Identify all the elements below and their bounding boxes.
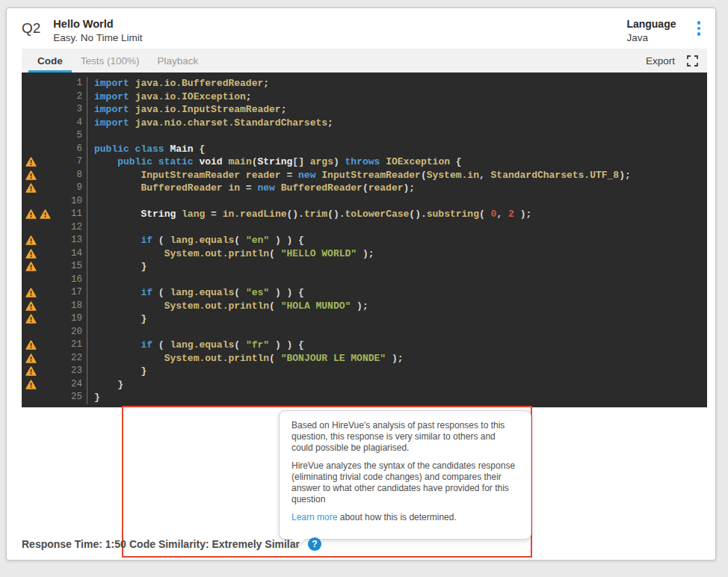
code-text: System.out.println( "BONJOUR LE MONDE" )…	[87, 352, 404, 365]
tab-bar: Code Tests (100%) Playback Export	[22, 49, 707, 72]
code-line: 25}	[22, 391, 707, 404]
question-title: Hello World	[53, 18, 142, 30]
code-text: public static void main(String[] args) t…	[87, 155, 462, 169]
code-text	[87, 326, 94, 339]
panel-header: Q2 Hello World Easy. No Time Limit Langu…	[7, 8, 715, 49]
gutter-warnings	[22, 195, 65, 209]
code-line: 1import java.io.BufferedReader;	[22, 77, 707, 90]
gutter-warnings	[22, 326, 65, 339]
code-similarity-status: Code Similarity: Extremely Similar	[129, 538, 300, 550]
code-text	[87, 129, 94, 143]
warning-icon	[25, 366, 37, 376]
tab-playback[interactable]: Playback	[149, 49, 208, 72]
line-number: 2	[65, 90, 87, 104]
code-text: BufferedReader in = new BufferedReader(r…	[87, 182, 415, 195]
code-similarity-tooltip: Based on HireVue's analysis of past resp…	[279, 410, 531, 540]
line-number: 5	[65, 129, 87, 143]
line-number: 14	[65, 247, 87, 261]
gutter-warnings	[22, 391, 65, 404]
code-line: 13 if ( lang.equals( "en" ) ) {	[22, 234, 707, 247]
line-number: 17	[65, 286, 87, 300]
help-icon[interactable]: ?	[308, 537, 321, 551]
tab-tests[interactable]: Tests (100%)	[72, 49, 149, 72]
code-text: import java.io.BufferedReader;	[87, 77, 269, 90]
warning-icon	[25, 183, 37, 193]
gutter-warnings	[22, 77, 65, 90]
tab-code[interactable]: Code	[28, 49, 72, 72]
code-line: 14 System.out.println( "HELLO WORLD" );	[22, 247, 707, 261]
line-number: 8	[65, 169, 87, 182]
code-line: 10	[22, 195, 707, 209]
code-text: if ( lang.equals( "en" ) ) {	[87, 234, 304, 247]
code-line: 6public class Main {	[22, 143, 707, 156]
gutter-warnings	[22, 208, 65, 221]
gutter-warnings	[22, 169, 65, 182]
gutter-warnings	[22, 274, 65, 287]
code-line: 7 public static void main(String[] args)…	[22, 155, 707, 169]
gutter-warnings	[22, 117, 65, 130]
code-text	[87, 221, 94, 235]
code-text	[87, 274, 94, 287]
header-right: Language Java	[626, 18, 700, 43]
kebab-dot	[697, 21, 701, 25]
warning-icon	[25, 235, 37, 245]
gutter-warnings	[22, 129, 65, 143]
code-line: 24 }	[22, 378, 707, 392]
line-number: 11	[65, 208, 87, 221]
warning-icon	[25, 209, 37, 219]
gutter-warnings	[22, 339, 65, 352]
code-text: import java.io.IOException;	[87, 90, 252, 104]
code-line: 16	[22, 274, 707, 287]
code-line: 4import java.nio.charset.StandardCharset…	[22, 117, 707, 130]
warning-icon	[25, 262, 37, 271]
response-time: Response Time: 1:50	[22, 538, 129, 550]
code-text: public class Main {	[87, 143, 205, 156]
warning-icon	[25, 249, 37, 259]
line-number: 22	[65, 352, 87, 365]
line-number: 23	[65, 365, 87, 378]
kebab-dot	[697, 27, 701, 31]
code-line: 17 if ( lang.equals( "es" ) ) {	[22, 286, 707, 300]
code-text: System.out.println( "HELLO WORLD" );	[87, 247, 374, 261]
line-number: 13	[65, 234, 87, 247]
export-button[interactable]: Export	[646, 55, 675, 67]
code-text: if ( lang.equals( "es" ) ) {	[87, 286, 304, 300]
code-line: 18 System.out.println( "HOLA MUNDO" );	[22, 300, 707, 313]
gutter-warnings	[22, 300, 65, 313]
line-number: 6	[65, 143, 87, 156]
line-number: 19	[65, 312, 87, 326]
code-line: 9 BufferedReader in = new BufferedReader…	[22, 182, 707, 195]
warning-icon	[25, 340, 37, 350]
line-number: 3	[65, 103, 87, 117]
tooltip-paragraph-2: HireVue analyzes the syntax of the candi…	[291, 460, 519, 505]
warning-icon	[40, 209, 51, 219]
learn-more-link[interactable]: Learn more	[291, 512, 337, 522]
fullscreen-icon[interactable]	[687, 55, 698, 67]
code-line: 23 }	[22, 365, 707, 378]
code-line: 21 if ( lang.equals( "fr" ) ) {	[22, 339, 707, 352]
gutter-warnings	[22, 155, 65, 169]
language-value: Java	[626, 32, 676, 43]
code-text: }	[87, 312, 146, 326]
question-title-block: Hello World Easy. No Time Limit	[53, 18, 142, 43]
code-text: import java.nio.charset.StandardCharsets…	[87, 117, 333, 130]
code-line: 20	[22, 326, 707, 339]
gutter-warnings	[22, 365, 65, 378]
gutter-warnings	[22, 247, 65, 261]
gutter-warnings	[22, 182, 65, 195]
line-number: 16	[65, 274, 87, 287]
gutter-warnings	[22, 352, 65, 365]
kebab-menu-icon[interactable]	[697, 18, 701, 36]
line-number: 21	[65, 339, 87, 352]
gutter-warnings	[22, 103, 65, 117]
code-text: if ( lang.equals( "fr" ) ) {	[87, 339, 304, 352]
line-number: 25	[65, 391, 87, 404]
code-line: 15 }	[22, 260, 707, 274]
warning-icon	[25, 170, 37, 180]
kebab-dot	[697, 32, 701, 36]
warning-icon	[25, 314, 37, 324]
code-line: 5	[22, 129, 707, 143]
code-editor: 1import java.io.BufferedReader;2import j…	[22, 72, 707, 407]
tooltip-link-suffix: about how this is determined.	[337, 512, 456, 522]
code-line: 22 System.out.println( "BONJOUR LE MONDE…	[22, 352, 707, 365]
